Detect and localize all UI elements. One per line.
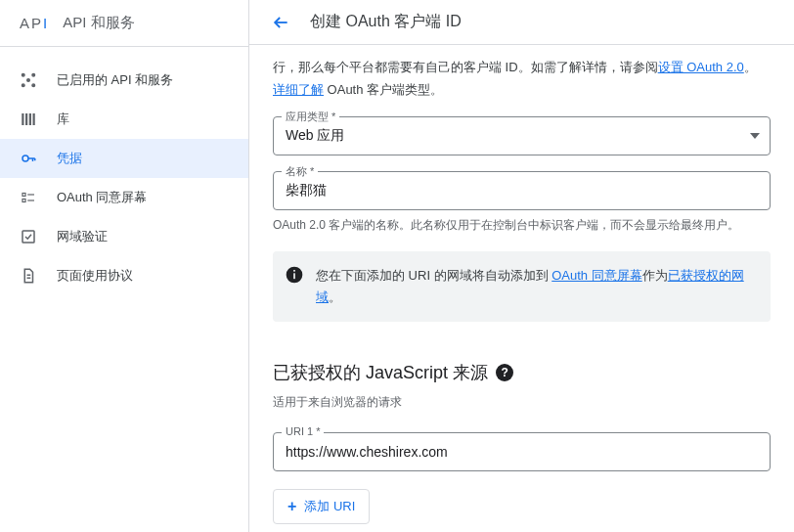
info-box: 您在下面添加的 URI 的网域将自动添加到 OAuth 同意屏幕作为已获授权的网… — [273, 251, 771, 322]
svg-rect-22 — [293, 273, 295, 279]
name-label: 名称 * — [282, 164, 318, 179]
js-origins-title: 已获授权的 JavaScript 来源 — [273, 361, 488, 384]
sidebar-header: API API 和服务 — [0, 0, 248, 47]
info-text: 。 — [329, 289, 341, 304]
info-text: 作为 — [642, 268, 668, 283]
app-type-field: 应用类型 * Web 应用 — [273, 116, 771, 155]
sidebar-item-label: 页面使用协议 — [57, 267, 133, 285]
svg-point-9 — [22, 155, 28, 161]
js-origins-header: 已获授权的 JavaScript 来源 ? — [273, 361, 771, 384]
consent-icon — [20, 189, 57, 206]
sidebar-item-domain-verify[interactable]: 网域验证 — [0, 217, 248, 256]
svg-point-3 — [22, 84, 24, 87]
intro-paragraph: 行，那么每个平台都需要有自己的客户端 ID。如需了解详情，请参阅设置 OAuth… — [273, 57, 771, 100]
arrow-left-icon — [271, 13, 290, 32]
sidebar-item-label: 网域验证 — [57, 228, 108, 245]
sidebar-item-credentials[interactable]: 凭据 — [0, 139, 248, 178]
uri-input[interactable]: URI 1 * https://www.cheshirex.com — [273, 432, 771, 471]
intro-text: 。 — [744, 60, 757, 74]
app-type-select[interactable]: 应用类型 * Web 应用 — [273, 116, 771, 155]
add-uri-button[interactable]: + 添加 URI — [273, 489, 370, 524]
page-title: 创建 OAuth 客户端 ID — [310, 12, 462, 32]
setup-oauth-link[interactable]: 设置 OAuth 2.0 — [658, 60, 744, 74]
sidebar-item-consent[interactable]: OAuth 同意屏幕 — [0, 178, 248, 217]
uri-value: https://www.cheshirex.com — [286, 443, 758, 461]
check-square-icon — [20, 228, 57, 245]
svg-rect-13 — [22, 194, 25, 197]
document-icon — [20, 267, 57, 285]
svg-point-0 — [22, 73, 24, 76]
sidebar-item-library[interactable]: 库 — [0, 100, 248, 139]
content: 行，那么每个平台都需要有自己的客户端 ID。如需了解详情，请参阅设置 OAuth… — [249, 45, 794, 532]
help-icon[interactable]: ? — [496, 364, 513, 381]
sidebar-item-label: OAuth 同意屏幕 — [57, 189, 147, 206]
add-uri-label: 添加 URI — [304, 498, 355, 515]
sidebar: API API 和服务 已启用的 API 和服务 库 凭据 — [0, 0, 249, 532]
svg-rect-17 — [22, 231, 34, 243]
info-text: 您在下面添加的 URI 的网域将自动添加到 — [316, 268, 551, 283]
main: 创建 OAuth 客户端 ID 行，那么每个平台都需要有自己的客户端 ID。如需… — [249, 0, 794, 532]
js-origins-subtitle: 适用于来自浏览器的请求 — [273, 394, 771, 411]
diamond-icon — [20, 71, 57, 89]
svg-point-4 — [32, 84, 35, 87]
name-field: 名称 * 柴郡猫 OAuth 2.0 客户端的名称。此名称仅用于在控制台中标识客… — [273, 171, 771, 234]
uri-field: URI 1 * https://www.cheshirex.com — [273, 432, 771, 471]
chevron-down-icon — [750, 133, 760, 139]
sidebar-item-label: 已启用的 API 和服务 — [57, 71, 173, 89]
svg-rect-7 — [29, 113, 31, 125]
app-type-label: 应用类型 * — [282, 110, 339, 124]
svg-rect-6 — [25, 113, 27, 125]
plus-icon: + — [287, 498, 296, 515]
app-type-value: Web 应用 — [286, 127, 758, 145]
sidebar-item-label: 凭据 — [57, 150, 82, 167]
back-button[interactable] — [261, 3, 300, 42]
intro-text: OAuth 客户端类型。 — [324, 82, 443, 97]
key-icon — [20, 150, 57, 167]
info-icon — [285, 265, 304, 285]
sidebar-item-page-usage[interactable]: 页面使用协议 — [0, 256, 248, 295]
svg-rect-23 — [293, 270, 295, 272]
sidebar-item-label: 库 — [57, 111, 69, 128]
intro-text: 行，那么每个平台都需要有自己的客户端 ID。如需了解详情，请参阅 — [273, 60, 658, 74]
svg-rect-8 — [33, 113, 35, 125]
learn-more-link[interactable]: 详细了解 — [273, 82, 324, 97]
svg-point-2 — [27, 79, 30, 82]
main-header: 创建 OAuth 客户端 ID — [249, 0, 794, 45]
name-value: 柴郡猫 — [286, 182, 758, 200]
sidebar-nav: 已启用的 API 和服务 库 凭据 OAuth 同意屏幕 — [0, 47, 248, 295]
library-icon — [20, 111, 57, 128]
uri-label: URI 1 * — [282, 425, 324, 437]
svg-rect-14 — [22, 200, 25, 202]
svg-rect-5 — [22, 113, 23, 125]
consent-screen-link[interactable]: OAuth 同意屏幕 — [551, 268, 641, 283]
sidebar-item-enabled-apis[interactable]: 已启用的 API 和服务 — [0, 61, 248, 100]
svg-point-1 — [32, 73, 35, 76]
product-title: API 和服务 — [63, 14, 134, 32]
name-input[interactable]: 名称 * 柴郡猫 — [273, 171, 771, 210]
name-helper: OAuth 2.0 客户端的名称。此名称仅用于在控制台中标识客户端，而不会显示给… — [273, 216, 771, 234]
logo: API — [20, 15, 49, 31]
